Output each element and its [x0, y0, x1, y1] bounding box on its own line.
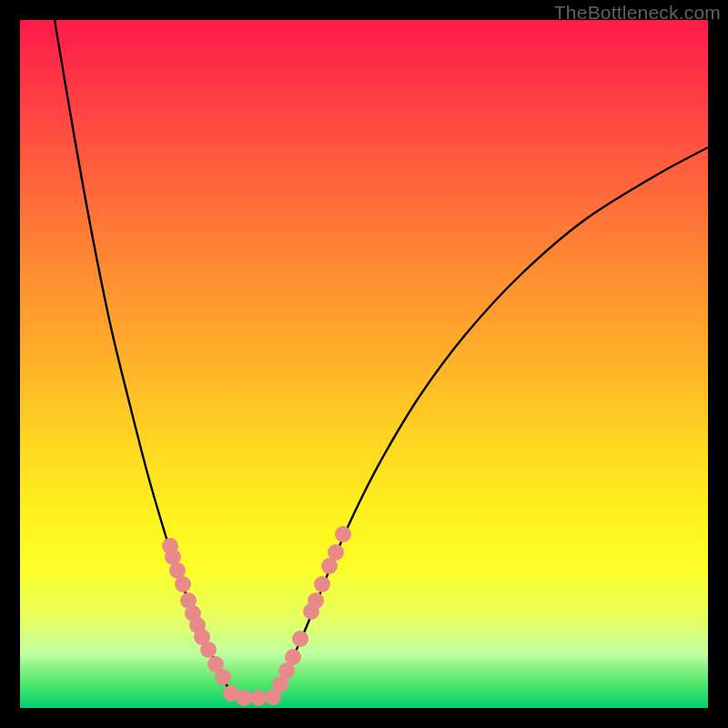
gradient-plot-area [20, 20, 708, 708]
watermark-text: TheBottleneck.com [554, 2, 721, 24]
